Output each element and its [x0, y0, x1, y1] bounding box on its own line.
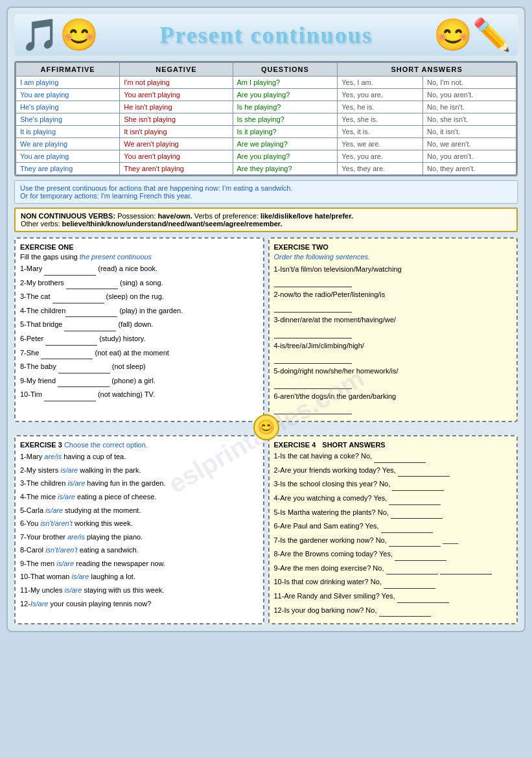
list-item: 1-Isn't/a film/on television/Mary/watchi… [274, 264, 513, 287]
cell-affirmative: We are playing [16, 138, 120, 150]
exercises-row-1: EXERCISE ONE Fill the gaps using the pre… [14, 237, 518, 422]
list-item: 12-Is your dog barking now? No, [274, 605, 513, 617]
list-item: 9-My friend (phone) a girl. [20, 375, 259, 388]
exercise-one-subtitle: Fill the gaps using the present continuo… [20, 253, 259, 261]
list-item: 8-Are the Browns coming today? Yes, [274, 549, 513, 561]
smiley-face: 😊 [253, 414, 279, 440]
grammar-row: I am playing I'm not playing Am I playin… [16, 77, 516, 89]
exercise-three-box: EXERCISE 3 Choose the correct option. 1-… [14, 435, 264, 624]
exercise-one-items: 1-Mary (read) a nice book.2-My brothers … [20, 263, 259, 401]
exercise-four-subtitle: SHORT ANSWERS [322, 441, 385, 449]
grammar-row: You are playing You aren't playing Are y… [16, 89, 516, 101]
exercise-four-items: 1-Is the cat having a coke? No, 2-Are yo… [274, 451, 513, 617]
exercise-four-box: EXERCISE 4 SHORT ANSWERS 1-Is the cat ha… [268, 435, 518, 624]
info1-line1: Use the present continuous for actions t… [20, 184, 292, 192]
list-item: 4-The children (play) in the garden. [20, 305, 259, 318]
cell-question: Am I playing? [233, 77, 338, 89]
list-item: 3-dinner/are/at the moment/having/we/ [274, 314, 513, 338]
info1-line2: Or for temporary actions: I'm learning F… [20, 192, 192, 200]
exercise-three-subtitle: Choose the correct option. [64, 441, 148, 449]
list-item: 8-Carol isn't/aren't eating a sandwich. [20, 545, 259, 556]
info-box-1: Use the present continuous for actions t… [14, 180, 518, 204]
list-item: 2-My brothers (sing) a song. [20, 278, 259, 290]
exercise-four-title: EXERCISE 4 [274, 441, 316, 449]
cell-short-yes: Yes, they are. [338, 163, 423, 175]
list-item: 3-Is the school closing this year? No, [274, 479, 513, 491]
header-negative: NEGATIVE [120, 63, 233, 77]
exercise-one-box: EXERCISE ONE Fill the gaps using the pre… [14, 237, 264, 422]
cell-short-no: No, she isn't. [423, 113, 516, 126]
grammar-row: She's playing She isn't playing Is she p… [16, 113, 516, 126]
header: 🎵😊 Present continuous 😊✏️ [14, 14, 518, 56]
list-item: 6-Peter (study) history. [20, 333, 259, 346]
list-item: 6-aren't/the dogs/in the garden/barking [274, 391, 513, 414]
cell-short-no: No, we aren't. [423, 138, 516, 150]
list-item: 2-My sisters is/are walking in the park. [20, 465, 259, 477]
info-box-2: NON CONTINUOUS VERBS: Possession: have/o… [14, 207, 518, 232]
grammar-row: It is playing It isn't playing Is it pla… [16, 126, 516, 138]
exercise-two-title: EXERCISE TWO [274, 243, 513, 251]
list-item: 11-My uncles is/are staying with us this… [20, 585, 259, 597]
list-item: 11-Are Randy and Silver smiling? Yes, [274, 591, 513, 603]
cell-short-yes: Yes, we are. [338, 138, 423, 150]
cell-short-yes: Yes, she is. [338, 113, 423, 126]
info2-label: NON CONTINUOUS VERBS: [21, 212, 115, 220]
cell-negative: We aren't playing [120, 138, 233, 150]
list-item: 5-Carla is/are studying at the moment. [20, 505, 259, 517]
exercise-two-items: 1-Isn't/a film/on television/Mary/watchi… [274, 264, 513, 414]
cell-negative: It isn't playing [120, 126, 233, 138]
list-item: 1-Is the cat having a coke? No, [274, 451, 513, 463]
grammar-table: AFFIRMATIVE NEGATIVE QUESTIONS SHORT ANS… [16, 62, 516, 175]
list-item: 5-Is Martha watering the plants? No, [274, 507, 513, 519]
cell-affirmative: He's playing [16, 101, 120, 113]
cell-question: Is she playing? [233, 113, 338, 126]
exercise-three-items: 1-Mary are/is having a cup of tea.2-My s… [20, 451, 259, 610]
exercise-three-header: EXERCISE 3 Choose the correct option. [20, 441, 259, 449]
cell-affirmative: It is playing [16, 126, 120, 138]
list-item: 7-Is the gardener working now? No, ____ [274, 535, 513, 547]
list-item: 10-That woman is/are laughing a lot. [20, 571, 259, 583]
list-item: 3-The children is/are having fun in the … [20, 478, 259, 490]
list-item: 6-You isn't/aren't working this week. [20, 518, 259, 530]
cell-affirmative: I am playing [16, 77, 120, 89]
cell-short-yes: Yes, he is. [338, 101, 423, 113]
exercises-row-2: EXERCISE 3 Choose the correct option. 1-… [14, 435, 518, 624]
cell-negative: You aren't playing [120, 150, 233, 163]
cell-short-no: No, you aren't. [423, 150, 516, 163]
cell-question: Are you playing? [233, 150, 338, 163]
emoji-right: 😊✏️ [434, 17, 511, 53]
list-item: 4-Are you watching a comedy? Yes, [274, 493, 513, 505]
list-item: 7-She (not eat) at the moment [20, 348, 259, 360]
list-item: 1-Mary (read) a nice book. [20, 263, 259, 276]
page-title: Present continuous [159, 21, 372, 49]
emoji-left: 🎵😊 [21, 17, 98, 53]
exercises-area: eslprintables.com EXERCISE ONE Fill the … [14, 237, 518, 624]
exercise-one-subtitle-blue: the present continuous [80, 253, 152, 261]
list-item: 4-is/tree/a/Jim/climbing/high/ [274, 340, 513, 364]
header-affirmative: AFFIRMATIVE [16, 63, 120, 77]
list-item: 2-now/to the radio/Peter/listening/is [274, 289, 513, 313]
grammar-row: He's playing He isn't playing Is he play… [16, 101, 516, 113]
page: 🎵😊 Present continuous 😊✏️ AFFIRMATIVE NE… [6, 6, 526, 632]
cell-question: Are we playing? [233, 138, 338, 150]
exercise-one-title: EXERCISE ONE [20, 243, 259, 251]
grammar-row: You are playing You aren't playing Are y… [16, 150, 516, 163]
cell-negative: You aren't playing [120, 89, 233, 101]
header-short-answers: SHORT ANSWERS [338, 63, 516, 77]
list-item: 5-doing/right now/she/her homework/is/ [274, 366, 513, 389]
cell-short-no: No, they aren't. [423, 163, 516, 175]
list-item: 1-Mary are/is having a cup of tea. [20, 451, 259, 463]
list-item: 8-The baby (not sleep) [20, 361, 259, 373]
exercise-three-title: EXERCISE 3 [20, 441, 62, 449]
cell-short-yes: Yes, I am. [338, 77, 423, 89]
exercise-two-box: EXERCISE TWO Order the following sentenc… [268, 237, 518, 422]
cell-affirmative: They are playing [16, 163, 120, 175]
list-item: 2-Are your friends working today? Yes, [274, 465, 513, 477]
grammar-row: They are playing They aren't playing Are… [16, 163, 516, 175]
cell-short-no: No, he isn't. [423, 101, 516, 113]
cell-negative: They aren't playing [120, 163, 233, 175]
cell-short-yes: Yes, you are. [338, 89, 423, 101]
cell-short-yes: Yes, you are. [338, 150, 423, 163]
list-item: 3-The cat (sleep) on the rug. [20, 291, 259, 303]
cell-negative: I'm not playing [120, 77, 233, 89]
